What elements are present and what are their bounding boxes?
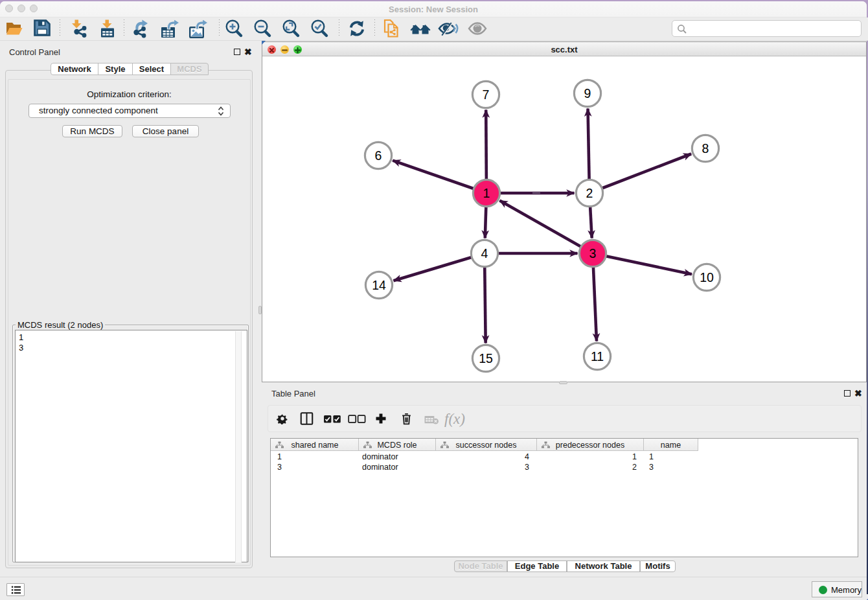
svg-text:15: 15	[479, 351, 493, 365]
svg-text:10: 10	[700, 270, 714, 284]
svg-text:1: 1	[483, 186, 490, 200]
svg-text:6: 6	[375, 148, 382, 163]
svg-text:3: 3	[589, 246, 597, 260]
svg-text:9: 9	[584, 86, 591, 100]
svg-text:4: 4	[481, 246, 488, 260]
svg-text:11: 11	[591, 349, 604, 363]
svg-text:2: 2	[586, 186, 593, 200]
svg-text:14: 14	[372, 278, 386, 292]
svg-text:7: 7	[483, 87, 490, 102]
svg-text:8: 8	[702, 141, 709, 156]
